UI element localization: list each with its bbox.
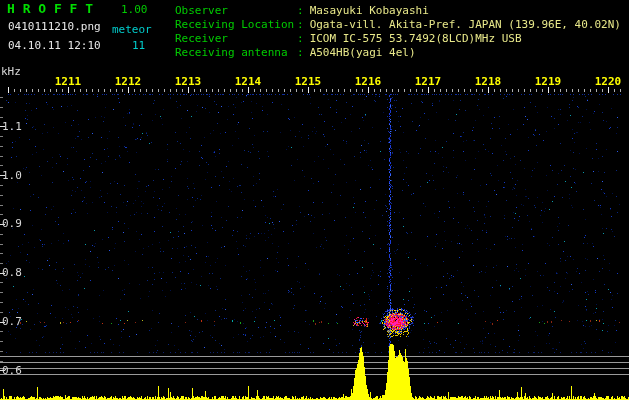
frequency-tick-label: 0.6 [2,365,22,376]
app-title: H R O F F T [7,2,93,15]
time-tick-label: 1211 [55,76,82,87]
filename: 0410111210.png [8,21,101,32]
frequency-unit-label: kHz [1,66,21,77]
info-value: ICOM IC-575 53.7492(8LCD)MHz USB [310,32,522,45]
time-tick-label: 1218 [475,76,502,87]
info-colon: : [297,4,304,17]
info-label: Receiving antenna [175,47,297,58]
info-label: Receiver [175,33,297,44]
frequency-tick-label: 1.1 [2,121,22,132]
time-tick-label: 1212 [115,76,142,87]
app-version: 1.00 [121,4,148,15]
frequency-tick-label: 0.7 [2,316,22,327]
mode-label: meteor [112,24,152,35]
time-tick-label: 1215 [295,76,322,87]
meteor-count: 11 [132,40,145,51]
time-tick-label: 1217 [415,76,442,87]
info-label: Receiving Location [175,19,297,30]
frequency-tick-label: 1.0 [2,170,22,181]
time-tick-label: 1220 [595,76,622,87]
info-label: Observer [175,5,297,16]
hrofft-output: H R O F F T 1.00 0410111210.png meteor 0… [0,0,629,400]
info-colon: : [297,18,304,31]
info-value: Masayuki Kobayashi [310,4,429,17]
spectrogram-canvas [0,0,629,400]
frequency-tick-label: 0.8 [2,267,22,278]
frequency-tick-label: 0.9 [2,218,22,229]
time-tick-label: 1213 [175,76,202,87]
datetime: 04.10.11 12:10 [8,40,101,51]
info-value: Ogata-vill. Akita-Pref. JAPAN (139.96E, … [310,18,621,31]
time-tick-label: 1214 [235,76,262,87]
info-colon: : [297,46,304,59]
info-row: Receiving antenna:A504HB(yagi 4el) [175,47,416,58]
info-row: Receiving Location:Ogata-vill. Akita-Pre… [175,19,621,30]
time-tick-label: 1219 [535,76,562,87]
time-tick-label: 1216 [355,76,382,87]
info-row: Observer:Masayuki Kobayashi [175,5,429,16]
info-colon: : [297,32,304,45]
info-value: A504HB(yagi 4el) [310,46,416,59]
info-row: Receiver:ICOM IC-575 53.7492(8LCD)MHz US… [175,33,522,44]
